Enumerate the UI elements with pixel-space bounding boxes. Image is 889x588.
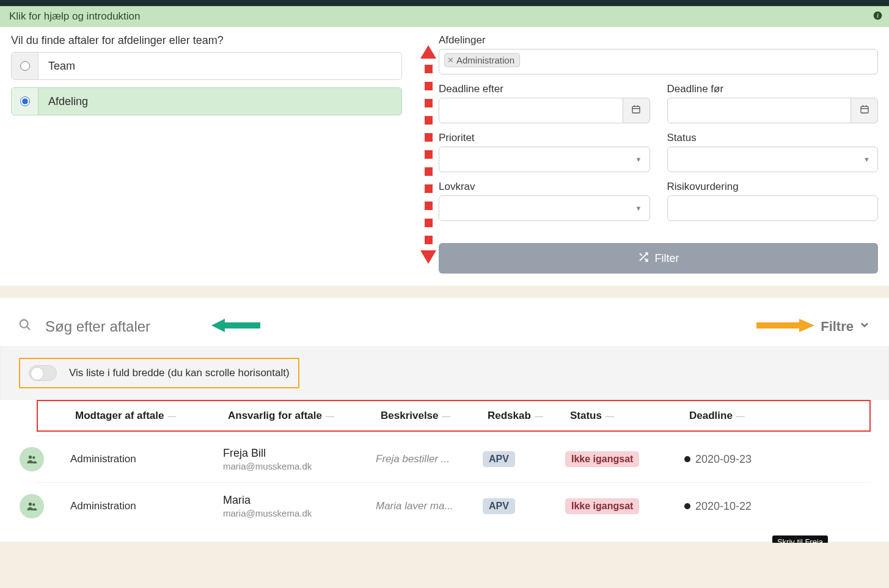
sort-icon: — [736,411,745,421]
svg-point-10 [20,320,28,328]
calendar-icon [631,104,641,117]
annotation-green-arrow [211,316,260,336]
chat-widget-button[interactable]: Skriv til Freja [772,535,828,543]
calendar-icon [860,104,869,117]
full-width-label: Vis liste i fuld bredde (du kan scrolle … [69,367,290,379]
cell-status: Ikke igangsat [565,498,684,514]
cell-beskrivelse: Freja bestiller ... [376,453,483,465]
filter-panel: Vil du finde aftaler for afdelinger elle… [0,27,889,286]
badge-redskab: APV [483,498,515,514]
col-deadline[interactable]: Deadline — [689,410,805,422]
caret-down-icon: ▼ [863,156,870,163]
full-width-toggle[interactable] [29,365,57,381]
prioritet-label: Prioritet [439,132,650,144]
full-width-toggle-bar: Vis liste i fuld bredde (du kan scrolle … [0,346,889,400]
badge-status: Ikke igangsat [565,498,639,514]
afdelinger-label: Afdelinger [439,34,878,46]
deadline-before-input[interactable] [667,98,852,123]
search-icon [18,318,32,335]
filtre-label: Filtre [821,319,854,335]
svg-rect-2 [632,106,640,113]
filtre-toggle[interactable]: Filtre [821,319,871,335]
radio-team-label: Team [38,60,85,73]
sort-icon: — [535,411,543,421]
radio-afdeling-input[interactable] [20,96,30,106]
sort-icon: — [605,411,614,421]
svg-text:i: i [877,13,879,19]
caret-down-icon: ▼ [635,156,642,163]
svg-point-16 [29,503,32,506]
annotation-red-box: Modtager af aftale — Ansvarlig for aftal… [37,400,871,432]
prioritet-select[interactable]: ▼ [439,147,650,172]
status-dot-icon [684,456,690,462]
lovkrav-label: Lovkrav [439,181,650,193]
sort-icon: — [326,411,334,421]
radio-afdeling[interactable]: Afdeling [11,87,402,115]
afdelinger-input[interactable]: ✕ Administration [439,49,878,74]
chevron-down-icon [858,319,871,335]
app-topbar [0,0,889,6]
cell-status: Ikke igangsat [565,451,684,467]
afdelinger-tag-label: Administration [456,55,514,65]
status-dot-icon [684,503,690,509]
results-panel: Filtre Vis liste i fuld bredde (du kan s… [0,298,889,542]
shuffle-icon [638,252,649,266]
status-select[interactable]: ▼ [667,147,879,172]
deadline-after-calendar-button[interactable] [623,98,650,123]
help-banner-text: Klik for hjælp og introduktion [9,10,141,22]
status-label: Status [667,132,879,144]
table-row[interactable]: Administration Maria maria@musskema.dk M… [37,482,871,529]
annotation-yellow-arrow [756,318,814,335]
badge-redskab: APV [483,451,515,467]
svg-line-11 [27,327,31,330]
badge-status: Ikke igangsat [565,451,639,467]
cell-deadline: 2020-10-22 [684,500,800,513]
help-banner[interactable]: Klik for hjælp og introduktion i [0,6,889,27]
deadline-before-calendar-button[interactable] [851,98,878,123]
cell-ansvarlig: Maria maria@musskema.dk [223,494,376,518]
risikovurdering-input[interactable] [667,195,879,221]
radio-team[interactable]: Team [11,52,402,80]
cell-beskrivelse: Maria laver ma... [376,500,483,512]
table-row[interactable]: Administration Freja Bill maria@musskema… [37,435,871,482]
users-icon [20,447,44,471]
col-beskrivelse[interactable]: Beskrivelse — [381,410,488,422]
radio-afdeling-label: Afdeling [38,95,98,108]
tag-remove-icon[interactable]: ✕ [447,56,454,65]
col-redskab[interactable]: Redskab — [488,410,570,422]
svg-point-15 [32,456,35,459]
cell-ansvarlig: Freja Bill maria@musskema.dk [223,447,376,471]
col-modtager[interactable]: Modtager af aftale — [75,410,228,422]
caret-down-icon: ▼ [635,205,642,212]
radio-team-input[interactable] [20,61,30,71]
sort-icon: — [167,411,176,421]
risikovurdering-label: Risikovurdering [667,181,879,193]
svg-marker-13 [756,319,814,332]
sort-icon: — [442,411,451,421]
search-input[interactable] [45,318,204,335]
cell-redskab: APV [483,498,565,514]
filter-button[interactable]: Filter [439,243,878,274]
deadline-after-label: Deadline efter [439,83,650,95]
filter-question-label: Vil du finde aftaler for afdelinger elle… [11,34,402,47]
svg-marker-12 [211,319,260,332]
col-status[interactable]: Status — [570,410,689,422]
lovkrav-select[interactable]: ▼ [439,195,650,221]
cell-deadline: 2020-09-23 [684,453,800,466]
users-icon [20,494,44,518]
svg-point-14 [29,456,32,459]
deadline-before-label: Deadline før [667,83,879,95]
cell-modtager: Administration [70,500,223,512]
info-icon[interactable]: i [873,11,882,22]
svg-point-17 [32,503,35,506]
annotation-yellow-box: Vis liste i fuld bredde (du kan scrolle … [19,358,299,388]
svg-rect-6 [861,106,868,113]
deadline-after-input[interactable] [439,98,623,123]
cell-modtager: Administration [70,453,223,465]
afdelinger-tag[interactable]: ✕ Administration [444,53,520,67]
col-ansvarlig[interactable]: Ansvarlig for aftale — [228,410,381,422]
cell-redskab: APV [483,451,565,467]
filter-button-label: Filter [655,252,679,265]
